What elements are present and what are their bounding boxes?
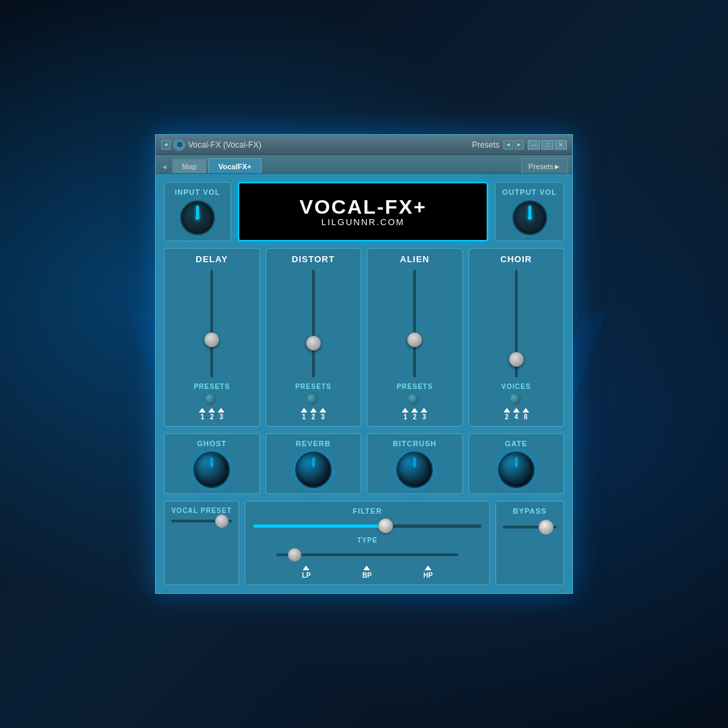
type-lp[interactable]: LP: [302, 566, 311, 579]
logo-box: VOCAL-FX+ LILGUNNR.COM: [238, 182, 488, 241]
choir-label: CHOIR: [500, 254, 532, 264]
delay-thumb[interactable]: [204, 332, 219, 347]
gate-box: GATE: [468, 433, 565, 494]
type-hp[interactable]: HP: [423, 566, 433, 579]
alien-preset-arrows: 1 2 3: [402, 408, 427, 421]
delay-slider[interactable]: [205, 270, 218, 377]
bypass-thumb[interactable]: [539, 520, 553, 535]
alien-preset-3[interactable]: 3: [421, 408, 427, 421]
distort-preset-arrows: 1 2 3: [301, 408, 326, 421]
tab-presets-right[interactable]: Presets ►: [521, 158, 568, 173]
bitcrush-label: BITCRUSH: [393, 439, 437, 448]
alien-arrow-2: [411, 408, 418, 413]
logo-subtitle: LILGUNNR.COM: [322, 217, 405, 227]
effect-distort: DISTORT PRESETS 1 2: [266, 248, 362, 427]
delay-track: [210, 270, 213, 377]
distort-arrow-2: [310, 408, 317, 413]
delay-presets-controls: [204, 393, 219, 405]
maximize-button[interactable]: □: [541, 140, 553, 150]
vocal-preset-slider[interactable]: [171, 520, 232, 522]
input-vol-knob[interactable]: [180, 200, 215, 235]
ghost-box: GHOST: [164, 433, 260, 494]
preset-prev[interactable]: ◄: [504, 140, 513, 150]
distort-preset-2[interactable]: 2: [310, 408, 317, 421]
titlebar: ◄ ⚙ Vocal-FX (Vocal-FX) Presets ◄ ► — □ …: [156, 135, 572, 155]
bitcrush-knob[interactable]: [396, 452, 433, 488]
choir-arrow-4: [513, 408, 520, 413]
main-content: INPUT VOL VOCAL-FX+ LILGUNNR.COM OUTPUT …: [156, 174, 572, 593]
effect-alien: ALIEN PRESETS 1 2: [367, 248, 463, 427]
alien-preset-2[interactable]: 2: [411, 408, 418, 421]
delay-preset-2[interactable]: 2: [208, 408, 215, 421]
gate-knob-glow: [499, 453, 533, 487]
choir-num-2: 2: [505, 413, 509, 421]
output-vol-label: OUTPUT VOL: [502, 188, 557, 196]
distort-slider[interactable]: [307, 270, 320, 377]
choir-preset-knob[interactable]: [509, 393, 521, 405]
filter-slider[interactable]: [253, 519, 481, 533]
delay-num-3: 3: [219, 413, 223, 421]
hp-label: HP: [423, 572, 433, 579]
vocal-preset-thumb[interactable]: [215, 514, 229, 528]
ghost-knob-glow: [195, 453, 229, 487]
choir-preset-8[interactable]: 8: [522, 408, 529, 421]
type-track: [276, 553, 458, 556]
alien-thumb[interactable]: [407, 332, 422, 347]
choir-preset-arrows: 2 4 8: [504, 408, 529, 421]
alien-arrow-1: [402, 408, 408, 413]
output-vol-knob[interactable]: [512, 200, 547, 235]
logo-title: VOCAL-FX+: [299, 197, 427, 217]
tab-map[interactable]: Map: [172, 158, 207, 173]
choir-preset-2[interactable]: 2: [504, 408, 510, 421]
alien-arrow-3: [421, 408, 427, 413]
alien-preset-1[interactable]: 1: [402, 408, 408, 421]
type-slider[interactable]: [276, 548, 458, 562]
choir-preset-4[interactable]: 4: [513, 408, 520, 421]
type-thumb[interactable]: [288, 548, 301, 562]
alien-slider[interactable]: [408, 270, 421, 377]
distort-presets-controls: [306, 393, 321, 405]
type-bp[interactable]: BP: [362, 566, 371, 579]
distort-preset-3[interactable]: 3: [320, 408, 326, 421]
delay-preset-arrows: 1 2 3: [199, 408, 224, 421]
tab-arrow[interactable]: ◄: [160, 160, 169, 173]
alien-presets-label: PRESETS: [396, 383, 433, 390]
delay-num-1: 1: [200, 413, 204, 421]
alien-presets-controls: [407, 393, 422, 405]
alien-preset-knob[interactable]: [407, 393, 419, 405]
reverb-knob[interactable]: [295, 452, 332, 488]
input-vol-box: INPUT VOL: [164, 182, 231, 241]
type-label: TYPE: [357, 537, 377, 544]
distort-arrow-3: [320, 408, 326, 413]
delay-preset-1[interactable]: 1: [199, 408, 206, 421]
distort-preset-1[interactable]: 1: [301, 408, 307, 421]
gate-knob[interactable]: [498, 452, 535, 488]
bypass-slider[interactable]: [503, 520, 557, 534]
distort-preset-knob[interactable]: [306, 393, 318, 405]
distort-num-1: 1: [302, 413, 306, 421]
delay-preset-knob[interactable]: [204, 393, 216, 405]
reverb-label: REVERB: [296, 439, 331, 448]
effect-delay: DELAY PRESETS 1 2: [164, 248, 260, 427]
close-button[interactable]: ✕: [555, 140, 567, 150]
choir-voices-label: VOICES: [502, 383, 531, 390]
tab-vocalfx[interactable]: VocalFX+: [208, 158, 262, 173]
choir-arrow-8: [522, 408, 529, 413]
choir-slider[interactable]: [510, 270, 523, 377]
delay-label: DELAY: [195, 254, 228, 264]
preset-next[interactable]: ►: [514, 140, 524, 150]
distort-arrow-1: [301, 408, 307, 413]
distort-track: [312, 270, 315, 377]
alien-label: ALIEN: [400, 254, 429, 264]
ghost-knob[interactable]: [193, 452, 230, 488]
effect-choir: CHOIR VOICES 2 4: [468, 248, 565, 427]
filter-thumb[interactable]: [378, 518, 393, 533]
input-vol-label: INPUT VOL: [175, 188, 220, 196]
delay-preset-3[interactable]: 3: [218, 408, 224, 421]
distort-thumb[interactable]: [306, 336, 321, 351]
window-arrow[interactable]: ◄: [161, 140, 171, 150]
minimize-button[interactable]: —: [528, 140, 540, 150]
bp-arrow: [363, 566, 370, 570]
choir-thumb[interactable]: [509, 352, 524, 367]
delay-arrow-3: [218, 408, 224, 413]
